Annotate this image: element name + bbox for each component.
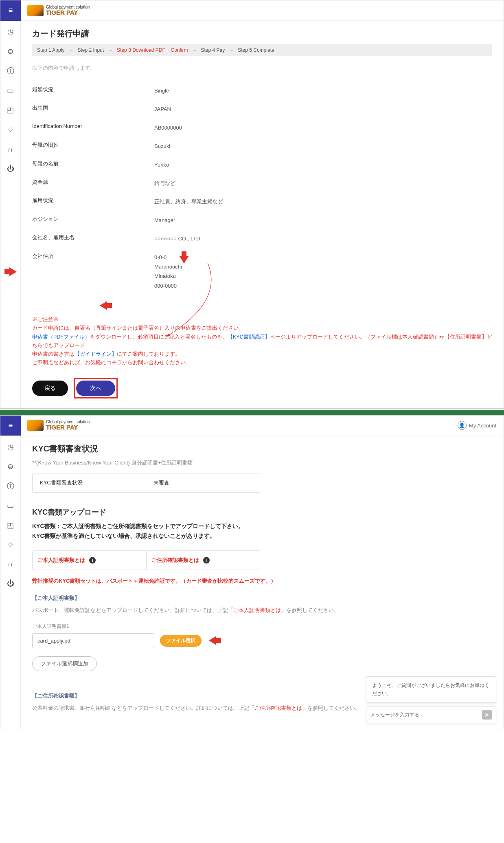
notice-block: ※ご注意※ カード申請には、自署名（直筆サインまたは電子署名）入りの申込書をご提…: [32, 315, 492, 368]
power-icon-2[interactable]: ⏻: [6, 579, 15, 588]
idnum-label: Identification Number: [32, 123, 154, 132]
page-title: カード発行申請: [32, 28, 492, 39]
guideline-link[interactable]: 【ガイドライン】: [75, 351, 117, 357]
my-account-label: My Account: [469, 423, 496, 429]
mother-maiden-label: 母親の旧姓: [32, 141, 154, 151]
bell-icon[interactable]: ♢: [6, 125, 15, 134]
chat-input[interactable]: [370, 712, 482, 718]
kyc-note-2: KYC書類が基準を満たしていない場合、承認されないことがあります。: [32, 533, 492, 540]
id-field-label: ご本人証明書類1: [32, 623, 492, 630]
kyc-link[interactable]: 【KYC書類認証】: [228, 334, 270, 340]
notice-3c: にてご案内しております。: [117, 351, 180, 357]
company-addr-value: 0-0-0 Marunouchi Minatoku 000-0000: [154, 253, 492, 291]
step-3: Step 3 Download PDF + Confirm: [117, 47, 188, 53]
next-button-highlight: 次へ: [74, 378, 118, 398]
yen-icon-2[interactable]: ⊜: [6, 462, 15, 471]
breadcrumb-steps: Step 1 Apply→ Step 2 Input→ Step 3 Downl…: [32, 44, 492, 56]
logo-2: Global payment solution TIGER PAY: [27, 420, 90, 431]
card-icon[interactable]: ▭: [6, 86, 15, 95]
birth-country-value: JAPAN: [154, 104, 492, 114]
annotation-arrow-pdf: [9, 267, 17, 277]
marital-label: 婚姻状況: [32, 86, 154, 95]
clock-icon[interactable]: ◷: [6, 27, 15, 36]
mother-name-label: 母親の名前: [32, 160, 154, 169]
notice-line4: ご不明点などあれば、お気軽にコチラからお問い合わせください。: [32, 359, 492, 367]
idnum-value: AB0000000: [154, 123, 492, 132]
kyc-status-row: KYC書類審査状況 未審査: [32, 473, 260, 493]
kyc-status-label: KYC書類審査状況: [33, 473, 146, 492]
company-addr-label: 会社住所: [32, 253, 154, 291]
headset-icon-2[interactable]: ∩: [6, 560, 15, 569]
notice-head2: カード申請には、自署名（直筆サインまたは電子署名）入りの申込書をご提出ください。: [32, 324, 492, 332]
kyc-status-value: 未審査: [146, 473, 177, 492]
annotation-arrow-kyc: [180, 256, 188, 265]
tiger-icon: [27, 5, 44, 16]
step-1: Step 1 Apply: [37, 47, 64, 53]
tab-addr-docs[interactable]: ご住所確認書類とはi: [147, 551, 260, 570]
tiger-icon-2: [27, 420, 44, 431]
box-icon[interactable]: ◰: [6, 106, 15, 114]
box-icon-2[interactable]: ◰: [6, 521, 15, 530]
notice-headline: ※ご注意※: [32, 315, 492, 324]
company-label: 会社名、雇用主名: [32, 234, 154, 243]
file-input-1[interactable]: card_apply.pdf: [32, 633, 154, 648]
tab-id-docs[interactable]: ご本人証明書類とはi: [33, 551, 147, 570]
yen-icon[interactable]: ⊜: [6, 47, 15, 56]
logo: Global payment solution TIGER PAY: [27, 5, 90, 16]
logo-brand-2: TIGER PAY: [46, 424, 90, 431]
chat-input-row: ➤: [366, 706, 496, 723]
income-label: 資金源: [32, 178, 154, 188]
hamburger-button-2[interactable]: ≡: [0, 415, 21, 436]
step-2: Step 2 Input: [77, 47, 104, 53]
mother-name-value: Yuriko: [154, 160, 492, 169]
hamburger-button[interactable]: ≡: [0, 0, 21, 21]
income-value: 給与など: [154, 178, 492, 188]
tab-id-label: ご本人証明書類とは: [37, 557, 85, 564]
file-select-button[interactable]: ファイル選択: [160, 635, 202, 647]
company-value: ○○○○○○○ CO., LTD: [154, 234, 492, 243]
add-file-slot-button[interactable]: ファイル選択欄追加: [32, 656, 97, 671]
kyc-page-title: KYC書類審査状況: [32, 443, 492, 454]
id-section-desc: パスポート、運転免許証などをアップロードしてください。詳細については、上記「ご本…: [32, 606, 492, 615]
sidebar-2: ◷ ⊜ Ⓣ ▭ ◰ ♢ ∩ ⏻: [0, 436, 21, 729]
top-icon-2[interactable]: Ⓣ: [6, 482, 15, 491]
user-icon: 👤: [458, 421, 467, 430]
mother-maiden-value: Suzuki: [154, 141, 492, 151]
tab-addr-label: ご住所確認書類とは: [151, 557, 199, 564]
logo-brand: TIGER PAY: [46, 9, 90, 16]
back-button[interactable]: 戻る: [32, 381, 68, 396]
info-icon-2: i: [203, 557, 210, 563]
position-value: Manager: [154, 216, 492, 225]
chat-widget: ようこそ、ご質問がございましたらお気軽にお尋ねください。 ➤: [366, 676, 496, 723]
top-icon[interactable]: Ⓣ: [6, 66, 15, 75]
addr-doc-link[interactable]: ご住所確認書類とは: [254, 705, 302, 711]
bell-icon-2[interactable]: ♢: [6, 540, 15, 549]
marital-value: Single: [154, 86, 492, 95]
my-account-link[interactable]: 👤 My Account: [458, 421, 496, 430]
employment-label: 雇用状況: [32, 197, 154, 206]
annotation-arrow-file: [209, 636, 216, 645]
chat-send-button[interactable]: ➤: [482, 710, 492, 720]
kyc-upload-title: KYC書類アップロード: [32, 507, 492, 517]
notice-3a: 申込書の書き方は: [32, 351, 75, 357]
step-4: Step 4 Pay: [201, 47, 225, 53]
card-icon-2[interactable]: ▭: [6, 501, 15, 510]
power-icon[interactable]: ⏻: [6, 164, 15, 173]
birth-country-label: 出生国: [32, 104, 154, 114]
annotation-arrow-next: [100, 301, 107, 311]
clock-icon-2[interactable]: ◷: [6, 442, 15, 451]
headset-icon[interactable]: ∩: [6, 145, 15, 154]
kyc-subtext: **(Know Your Business/Know Your Client) …: [32, 459, 492, 467]
position-label: ポジション: [32, 216, 154, 225]
intro-text: 以下の内容で申請します。: [32, 64, 492, 72]
sidebar: ◷ ⊜ Ⓣ ▭ ◰ ♢ ∩ ⏻: [0, 21, 21, 408]
chat-greeting: ようこそ、ご質問がございましたらお気軽にお尋ねください。: [366, 676, 496, 702]
next-button[interactable]: 次へ: [76, 381, 115, 396]
id-section-head: 【ご本人証明書類】: [32, 594, 492, 602]
pdf-download-link[interactable]: 申込書（PDFファイル）: [32, 334, 90, 340]
id-doc-link[interactable]: ご本人証明書類とは: [233, 607, 281, 613]
info-icon: i: [89, 557, 96, 563]
kyc-recommend: 弊社推奨のKYC書類セットは、パスポート＋運転免許証です。（カード審査が比較的ス…: [32, 577, 492, 585]
notice-2b: をダウンロードし、必須項目にご記入と署名したものを、: [90, 334, 228, 340]
kyc-note-1: KYC書類：ご本人証明書類とご住所確認書類をセットでアップロードして下さい。: [32, 523, 492, 530]
